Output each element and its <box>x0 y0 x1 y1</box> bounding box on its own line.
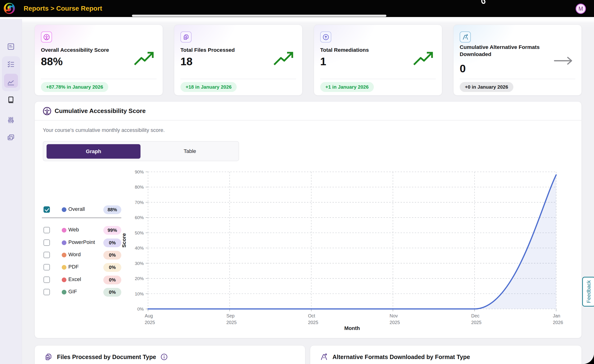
stat-change-badge: +1 in January 2026 <box>320 82 374 92</box>
sidebar-item-analytics[interactable] <box>6 78 16 87</box>
tab-graph[interactable]: Graph <box>47 144 141 159</box>
section-header: Cumulative Accessibility Score <box>35 102 581 120</box>
breadcrumb[interactable]: Reports > Course Report <box>24 0 102 17</box>
section-title: Alternative Formats Downloaded by Format… <box>332 354 470 360</box>
divider <box>180 79 296 79</box>
legend-row[interactable]: PowerPoint 0% <box>42 238 122 247</box>
x-tick-label: Sep <box>226 313 235 318</box>
x-tick-label: 2025 <box>308 320 318 325</box>
section-title: Cumulative Accessibility Score <box>55 107 146 115</box>
x-tick-label: 2025 <box>390 320 400 325</box>
y-tick-label: 60% <box>135 215 144 220</box>
feedback-button[interactable]: Feedback <box>582 277 594 307</box>
media-icon <box>7 133 15 142</box>
line-chart-icon <box>7 78 15 87</box>
stat-title: Overall Accessibility Score <box>41 46 134 54</box>
legend-checkbox[interactable] <box>43 289 50 295</box>
legend-color-dot <box>62 290 67 295</box>
legend-row[interactable]: Overall 88% <box>42 205 122 214</box>
stat-title: Total Files Processed <box>180 46 273 54</box>
y-tick-label: 0% <box>137 307 144 311</box>
trend-up-icon <box>134 50 155 66</box>
legend-label: GIF <box>68 289 77 295</box>
y-tick-label: 50% <box>135 231 144 235</box>
app-logo-icon[interactable] <box>4 3 15 14</box>
sidebar-item-media[interactable] <box>6 132 16 142</box>
legend-row[interactable]: Web 99% <box>42 226 122 235</box>
legend-checkbox[interactable] <box>43 264 50 270</box>
legend-color-dot <box>62 207 67 212</box>
stat-value: 88% <box>41 55 63 68</box>
x-tick-label: 2025 <box>226 320 237 325</box>
arrow-up-circle-icon <box>320 31 331 43</box>
y-tick-label: 40% <box>135 245 144 251</box>
legend-value-pill: 88% <box>103 205 121 214</box>
accessibility-icon <box>41 31 52 43</box>
legend-checkbox[interactable] <box>43 206 50 213</box>
stat-card-overall-score: Overall Accessibility Score 88% +87.78% … <box>34 25 163 95</box>
stat-card-alt-formats[interactable]: Cumulative Alternative Formats Downloade… <box>453 25 582 95</box>
legend-value-pill: 99% <box>103 226 121 235</box>
x-tick-label: 2025 <box>471 320 482 325</box>
view-tabs: Graph Table <box>43 141 239 161</box>
stat-title: Total Remediations <box>320 46 413 54</box>
sidebar-item-news[interactable] <box>6 42 16 51</box>
x-tick-label: Jan <box>553 313 560 318</box>
section-description: Your course's cumulative monthly accessi… <box>43 127 165 133</box>
legend-label: PowerPoint <box>68 239 95 245</box>
tab-table[interactable]: Table <box>142 142 237 161</box>
x-tick-label: 2025 <box>145 320 155 325</box>
y-tick-label: 10% <box>135 291 144 296</box>
legend-row[interactable]: GIF 0% <box>42 288 122 297</box>
divider <box>460 79 575 79</box>
divider <box>41 79 156 79</box>
legend-label: Excel <box>68 276 81 282</box>
accessibility-icon <box>42 106 52 116</box>
mouse-cursor <box>479 0 489 5</box>
legend-checkbox[interactable] <box>43 227 50 233</box>
legend-value-pill: 0% <box>103 263 121 272</box>
book-icon <box>7 95 15 104</box>
x-tick-label: Aug <box>145 313 153 318</box>
y-axis-title: Score <box>121 233 127 247</box>
files-icon <box>180 31 192 43</box>
alt-formats-icon <box>460 31 471 43</box>
info-icon[interactable] <box>160 353 168 361</box>
legend-checkbox[interactable] <box>43 252 50 258</box>
stat-change-badge: +18 in January 2026 <box>180 82 237 92</box>
legend-checkbox[interactable] <box>43 239 50 246</box>
legend-row[interactable]: PDF 0% <box>42 263 122 272</box>
legend-divider <box>42 218 121 218</box>
stat-card-files-processed: Total Files Processed 18 +18 in January … <box>174 25 303 95</box>
series-area <box>148 175 556 309</box>
arrow-right-icon[interactable] <box>554 56 573 66</box>
sidebar-item-settings[interactable] <box>6 115 16 125</box>
sidebar-item-course-report[interactable] <box>6 95 16 105</box>
legend-label: Web <box>68 227 79 233</box>
news-icon <box>7 42 15 51</box>
trend-up-icon <box>273 50 295 66</box>
user-avatar[interactable]: M <box>575 4 586 14</box>
y-tick-label: 20% <box>135 276 144 281</box>
legend-value-pill: 0% <box>103 238 121 247</box>
sidebar-item-checklist[interactable] <box>6 59 16 69</box>
legend-checkbox[interactable] <box>43 277 50 283</box>
files-icon <box>44 353 53 361</box>
legend-row[interactable]: Word 0% <box>42 251 122 260</box>
legend-row[interactable]: Excel 0% <box>42 276 122 285</box>
legend-value-pill: 0% <box>103 251 121 259</box>
legend-color-dot <box>62 228 67 232</box>
cumulative-score-section: Cumulative Accessibility Score Your cour… <box>34 101 582 338</box>
y-tick-label: 90% <box>135 169 144 174</box>
trend-up-icon <box>413 50 435 66</box>
legend-color-dot <box>62 253 67 257</box>
section-title: Files Processed by Document Type <box>57 354 156 360</box>
top-bar: Reports > Course Report M <box>0 0 594 17</box>
logo-swirl <box>4 3 15 14</box>
x-tick-label: Oct <box>308 313 315 318</box>
y-tick-label: 80% <box>135 185 144 190</box>
horizontal-scrollbar-thumb[interactable] <box>132 15 386 17</box>
checklist-icon <box>7 60 15 68</box>
series-line <box>148 175 556 309</box>
legend-label: PDF <box>68 264 79 270</box>
